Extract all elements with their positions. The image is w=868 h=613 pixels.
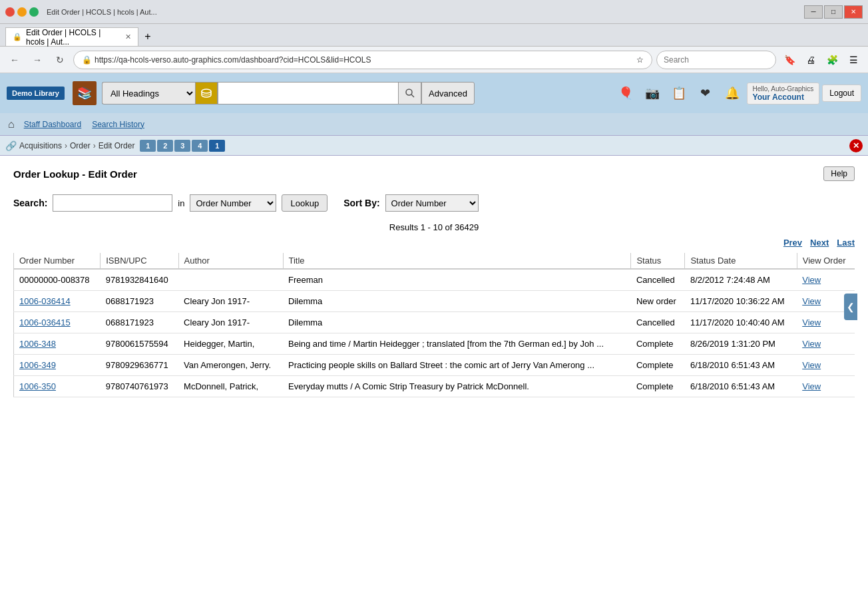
svg-point-0	[202, 89, 211, 93]
forward-button[interactable]: →	[28, 51, 47, 69]
bookmark-icon[interactable]: ☆	[636, 55, 644, 65]
cell-author: Heidegger, Martin,	[178, 333, 283, 355]
order-number-link[interactable]: 1006-350	[19, 381, 56, 391]
search-type-select[interactable]: All Headings	[102, 82, 195, 104]
col-title: Title	[283, 253, 631, 269]
table-row: 1006-0364150688171923Cleary Jon 1917-Dil…	[14, 312, 855, 333]
order-number-link[interactable]: 1006-036415	[19, 317, 71, 327]
new-tab-button[interactable]: +	[138, 27, 157, 46]
order-number-link[interactable]: 1006-036414	[19, 296, 71, 306]
step-2[interactable]: 2	[157, 140, 173, 152]
cell-status-date: 6/18/2010 6:51:43 AM	[685, 376, 797, 397]
order-search-row: Search: in Order Number ISBN Author Titl…	[13, 194, 855, 212]
bell-icon[interactable]: 🔔	[720, 81, 744, 105]
breadcrumb-close-button[interactable]: ✕	[849, 139, 863, 152]
step-indicators: 1 2 3 4 1	[140, 140, 225, 152]
svg-line-2	[411, 95, 414, 97]
breadcrumb-acquisitions[interactable]: Acquisitions	[19, 141, 62, 150]
search-db-button[interactable]	[195, 82, 218, 104]
home-button[interactable]: ⌂	[5, 116, 17, 133]
nav-search-history[interactable]: Search History	[88, 117, 148, 132]
table-row: 1006-3499780929636771Van Amerongen, Jerr…	[14, 355, 855, 376]
cell-author	[178, 269, 283, 291]
view-order-link[interactable]: View	[802, 317, 821, 327]
active-tab[interactable]: 🔒 Edit Order | HCOLS | hcols | Aut... ✕	[5, 27, 138, 46]
minimize-window-button[interactable]	[17, 7, 27, 17]
lookup-button[interactable]: Lookup	[282, 194, 327, 212]
window-controls	[5, 7, 39, 17]
logout-button[interactable]: Logout	[822, 85, 861, 102]
cell-status-date: 6/18/2010 6:51:43 AM	[685, 355, 797, 376]
step-4[interactable]: 4	[192, 140, 208, 152]
search-in-select[interactable]: Order Number ISBN Author Title	[190, 194, 276, 212]
cell-title: Everyday mutts / A Comic Strip Treasury …	[283, 376, 631, 397]
cell-title: Dilemma	[283, 312, 631, 333]
cell-title: Practicing people skills on Ballard Stre…	[283, 355, 631, 376]
cell-status: Complete	[631, 376, 685, 397]
sidebar-toggle-button[interactable]: ❮	[844, 294, 857, 320]
order-search-input[interactable]	[53, 194, 172, 212]
view-order-link[interactable]: View	[802, 275, 821, 285]
user-hello-text: Hello, Auto-Graphics	[753, 85, 814, 93]
breadcrumb-order[interactable]: Order	[70, 141, 91, 150]
view-order-link[interactable]: View	[802, 360, 821, 370]
cell-author: Cleary Jon 1917-	[178, 312, 283, 333]
search-input[interactable]	[218, 82, 399, 104]
user-account-text: Your Account	[753, 93, 814, 102]
back-button[interactable]: ←	[5, 51, 24, 69]
cell-title: Being and time / Martin Heidegger ; tran…	[283, 333, 631, 355]
balloon-icon[interactable]: 🎈	[614, 81, 638, 105]
col-order-number: Order Number	[14, 253, 101, 269]
win-min-button[interactable]: ─	[804, 5, 823, 19]
help-button[interactable]: Help	[823, 166, 855, 181]
view-order-link[interactable]: View	[802, 339, 821, 349]
view-order-link[interactable]: View	[802, 296, 821, 306]
advanced-search-button[interactable]: Advanced	[421, 82, 475, 104]
browser-search-input[interactable]	[656, 51, 776, 69]
prev-link[interactable]: Prev	[783, 238, 802, 248]
cell-isbn: 0688171923	[101, 312, 178, 333]
table-row: 1006-0364140688171923Cleary Jon 1917-Dil…	[14, 291, 855, 312]
user-account-button[interactable]: Hello, Auto-Graphics Your Account	[747, 83, 820, 104]
maximize-window-button[interactable]	[29, 7, 39, 17]
menu-icon[interactable]: ☰	[844, 51, 863, 69]
win-close-button[interactable]: ✕	[844, 5, 863, 19]
url-bar[interactable]: 🔒 https://qa-hcols-verso.auto-graphics.c…	[73, 51, 652, 69]
camera-icon[interactable]: 📷	[640, 81, 664, 105]
cell-status-date: 8/26/2019 1:31:20 PM	[685, 333, 797, 355]
cell-order-number: 1006-350	[14, 376, 101, 397]
step-5[interactable]: 1	[209, 140, 225, 152]
step-1[interactable]: 1	[140, 140, 156, 152]
win-restore-button[interactable]: □	[824, 5, 843, 19]
print-icon[interactable]: 🖨	[801, 51, 820, 69]
cell-status: New order	[631, 291, 685, 312]
breadcrumb-edit-order[interactable]: Edit Order	[99, 141, 135, 150]
sort-by-select[interactable]: Order Number Status Author Title	[385, 194, 479, 212]
next-link[interactable]: Next	[810, 238, 829, 248]
bookmark-manager-icon[interactable]: 🔖	[780, 51, 799, 69]
cell-order-number: 1006-349	[14, 355, 101, 376]
cell-order-number: 1006-036414	[14, 291, 101, 312]
last-link[interactable]: Last	[837, 238, 855, 248]
svg-point-1	[406, 89, 412, 95]
cell-author: Cleary Jon 1917-	[178, 291, 283, 312]
address-bar: ← → ↻ 🔒 https://qa-hcols-verso.auto-grap…	[0, 47, 868, 73]
order-number-link[interactable]: 1006-348	[19, 339, 56, 349]
extension-icon[interactable]: 🧩	[823, 51, 841, 69]
tab-close-button[interactable]: ✕	[125, 33, 131, 41]
browser-toolbar: 🔖 🖨 🧩 ☰	[780, 51, 863, 69]
heart-icon[interactable]: ❤	[694, 81, 718, 105]
view-order-link[interactable]: View	[802, 381, 821, 391]
step-3[interactable]: 3	[174, 140, 190, 152]
close-window-button[interactable]	[5, 7, 15, 17]
refresh-button[interactable]: ↻	[51, 51, 69, 69]
cell-status-date: 11/17/2020 10:40:40 AM	[685, 312, 797, 333]
list-icon[interactable]: 📋	[667, 81, 691, 105]
col-status-date: Status Date	[685, 253, 797, 269]
nav-staff-dashboard[interactable]: Staff Dashboard	[20, 117, 86, 132]
window-title: Edit Order | HCOLS | hcols | Aut...	[47, 8, 157, 16]
logo-icon: 📚	[73, 81, 97, 105]
order-number-link[interactable]: 1006-349	[19, 360, 56, 370]
search-button[interactable]	[399, 82, 421, 104]
main-content: Order Lookup - Edit Order Help Search: i…	[0, 156, 868, 408]
